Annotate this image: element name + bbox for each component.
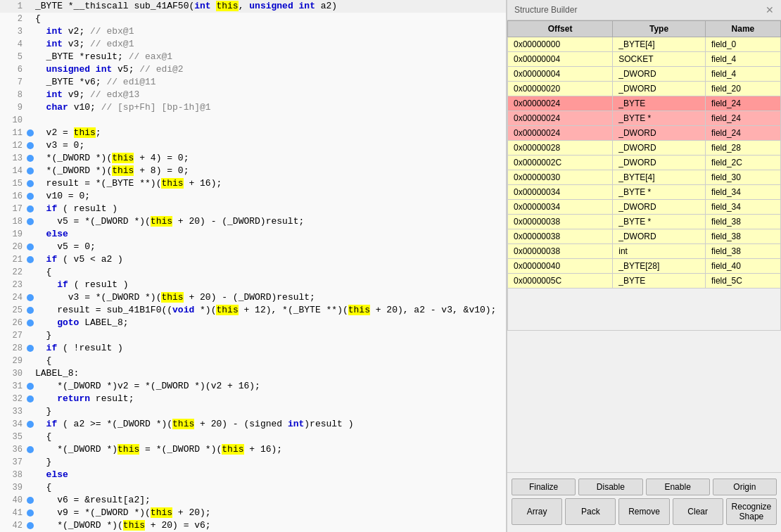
array-button[interactable]: Array (512, 498, 562, 525)
table-row[interactable]: 0x0000005C _BYTE field_5C (508, 274, 781, 289)
close-icon[interactable]: ✕ (766, 4, 774, 15)
table-row[interactable]: 0x00000024 _DWORD field_24 (508, 126, 781, 141)
breakpoint-dot[interactable] (27, 218, 34, 225)
line-number: 8 (3, 89, 23, 101)
breakpoint-dot[interactable] (27, 129, 34, 137)
breakpoint-dot[interactable] (27, 142, 34, 149)
code-panel[interactable]: 1_BYTE *__thiscall sub_41AF50(int this, … (0, 0, 507, 532)
struct-table-container[interactable]: Offset Type Name 0x00000000 _BYTE[4] fie… (507, 20, 781, 472)
enable-button[interactable]: Enable (646, 479, 710, 495)
breakpoint-dot[interactable] (27, 509, 34, 517)
line-number: 23 (3, 279, 23, 291)
breakpoint-dot[interactable] (27, 294, 34, 301)
code-line: 16 v10 = 0; (0, 190, 506, 203)
breakpoint-dot[interactable] (27, 243, 34, 251)
table-row[interactable]: 0x00000038 _DWORD field_38 (508, 229, 781, 244)
origin-button[interactable]: Origin (713, 479, 777, 495)
breakpoint-dot[interactable] (27, 167, 34, 175)
cell-offset: 0x0000002C (508, 156, 613, 170)
code-line: 2{ (0, 13, 506, 25)
table-row[interactable]: 0x00000034 _BYTE * field_34 (508, 185, 781, 200)
breakpoint-dot[interactable] (27, 193, 34, 200)
table-row[interactable]: 0x00000030 _BYTE[4] field_30 (508, 170, 781, 185)
code-line: 24 v3 = *(_DWORD *)(this + 20) - (_DWORD… (0, 291, 506, 304)
breakpoint-dot[interactable] (27, 383, 34, 390)
cell-type: _BYTE * (613, 215, 706, 229)
line-number: 36 (3, 443, 23, 456)
line-number: 40 (3, 494, 23, 507)
pack-button[interactable]: Pack (565, 498, 616, 525)
finalize-button[interactable]: Finalize (512, 479, 576, 495)
cell-type: _DWORD (613, 229, 706, 244)
breakpoint-dot[interactable] (27, 395, 34, 403)
clear-button[interactable]: Clear (673, 498, 723, 525)
code-content: *(_DWORD *)this = *(_DWORD *)(this + 16)… (35, 443, 503, 456)
btn-row-1: Finalize Disable Enable Origin (512, 479, 777, 495)
code-line: 4 int v3; // edx@1 (0, 38, 506, 51)
code-line: 27 } (0, 329, 506, 342)
cell-offset: 0x00000038 (508, 229, 613, 244)
breakpoint-dot[interactable] (27, 180, 34, 187)
code-content: { (35, 355, 503, 367)
code-content: v5 = 0; (35, 241, 503, 253)
cell-type: _DWORD (613, 82, 706, 96)
line-number: 34 (3, 418, 23, 431)
code-content: } (35, 329, 503, 342)
line-number: 15 (3, 177, 23, 190)
cell-name: field_24 (705, 96, 780, 111)
line-number: 17 (3, 203, 23, 215)
table-row[interactable]: 0x00000024 _BYTE field_24 (508, 96, 781, 111)
breakpoint-dot[interactable] (27, 155, 34, 162)
line-number: 1 (3, 0, 23, 13)
code-content: *(_DWORD *)(this + 8) = 0; (35, 165, 503, 177)
table-row[interactable]: 0x00000028 _DWORD field_28 (508, 141, 781, 156)
code-content: return result; (35, 393, 503, 405)
cell-type: _DWORD (613, 126, 706, 141)
line-number: 32 (3, 393, 23, 405)
breakpoint-dot[interactable] (27, 446, 34, 453)
code-line: 11 v2 = this; (0, 127, 506, 139)
cell-type: _DWORD (613, 141, 706, 156)
code-content: if ( v5 < a2 ) (35, 253, 503, 266)
table-row[interactable]: 0x00000020 _DWORD field_20 (508, 82, 781, 96)
disable-button[interactable]: Disable (578, 479, 642, 495)
breakpoint-dot[interactable] (27, 307, 34, 314)
code-content: unsigned int v5; // edi@2 (35, 63, 503, 76)
breakpoint-dot[interactable] (27, 256, 34, 263)
code-line: 7 _BYTE *v6; // edi@11 (0, 76, 506, 89)
breakpoint-dot[interactable] (27, 345, 34, 352)
code-line: 32 return result; (0, 393, 506, 405)
breakpoint-dot[interactable] (27, 421, 34, 428)
code-content: int v3; // edx@1 (35, 38, 503, 51)
table-row[interactable]: 0x00000040 _BYTE[28] field_40 (508, 259, 781, 274)
line-number: 9 (3, 101, 23, 114)
table-row[interactable]: 0x0000002C _DWORD field_2C (508, 156, 781, 170)
remove-button[interactable]: Remove (618, 498, 669, 525)
table-row[interactable]: 0x00000024 _BYTE * field_24 (508, 111, 781, 126)
table-row[interactable]: 0x00000038 _BYTE * field_38 (508, 215, 781, 229)
breakpoint-dot[interactable] (27, 319, 34, 327)
table-row[interactable]: 0x00000034 _DWORD field_34 (508, 200, 781, 215)
table-row[interactable]: 0x00000004 _DWORD field_4 (508, 67, 781, 82)
line-number: 4 (3, 38, 23, 51)
table-row[interactable]: 0x00000000 _BYTE[4] field_0 (508, 37, 781, 52)
breakpoint-dot[interactable] (27, 497, 34, 504)
breakpoint-dot[interactable] (27, 205, 34, 213)
cell-type: _DWORD (613, 67, 706, 82)
code-content: else (35, 469, 503, 481)
code-line: 26 goto LABEL_8; (0, 317, 506, 329)
code-line: 33 } (0, 405, 506, 418)
code-content: { (35, 13, 503, 25)
breakpoint-dot[interactable] (27, 522, 34, 529)
line-number: 6 (3, 63, 23, 76)
code-line: 3 int v2; // ebx@1 (0, 25, 506, 38)
cell-type: SOCKET (613, 52, 706, 67)
recognize-shape-button[interactable]: Recognize Shape (726, 498, 777, 525)
cell-name: field_40 (705, 259, 780, 274)
cell-name: field_20 (705, 82, 780, 96)
table-row[interactable]: 0x00000038 int field_38 (508, 244, 781, 259)
table-row[interactable]: 0x00000004 SOCKET field_4 (508, 52, 781, 67)
line-number: 14 (3, 165, 23, 177)
code-content: v3 = 0; (35, 139, 503, 152)
code-line: 15 result = *(_BYTE **)(this + 16); (0, 177, 506, 190)
